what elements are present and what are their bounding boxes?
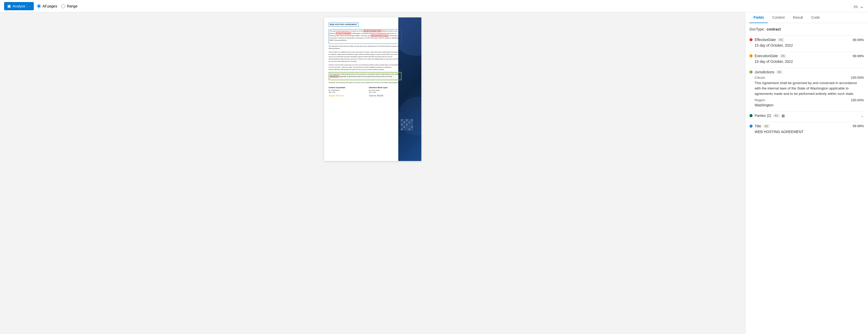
effective-date-name: EffectiveDate (754, 38, 776, 42)
execution-date-dot (749, 54, 752, 57)
sig-adventure-cursive: Aaron Smith (369, 93, 402, 98)
doc-jurisdiction-block: This Agreement shall be governed by and … (329, 72, 402, 80)
parties-chevron-icon[interactable]: ⌄ (861, 114, 864, 118)
jurisdictions-header: Jurisdictions #1 (749, 70, 864, 74)
parties-header: Parties (2) #1 ▦ ⌄ (749, 114, 864, 118)
analyze-label: Analyze (12, 4, 25, 8)
field-effective-date: EffectiveDate #1 99.99% 15 day of Octobe… (749, 38, 864, 48)
squares-pattern (401, 119, 413, 130)
doc-intro-text: This web Hosting Agreement is entered as… (330, 30, 401, 41)
doc-closing: All parties have read and fully agree to… (329, 82, 402, 84)
all-pages-input[interactable] (37, 4, 41, 8)
fields-content: DocType: contract EffectiveDate #1 99.99… (745, 23, 868, 142)
toolbar-divider (27, 4, 27, 9)
doctype-row: DocType: contract (749, 27, 864, 31)
title-badge: #1 (763, 124, 770, 128)
toolbar: ▣ Analyze ⌄ All pages Range ⚎ ⌄ (0, 0, 868, 12)
field-title: Title #1 99.98% WEB HOSTING AGREEMENT (749, 124, 864, 134)
execution-date-badge: #1 (780, 54, 786, 58)
clause-label: Clause (754, 76, 765, 80)
doc-title: WEB HOSTING AGREEMENT (329, 23, 359, 27)
document-viewer[interactable]: WEB HOSTING AGREEMENT This web Hosting A… (0, 12, 745, 334)
doc-signatures: Contoso Corporation By: Angel Brown Titl… (329, 86, 402, 98)
doctype-value: contract (767, 27, 781, 31)
document-content: WEB HOSTING AGREEMENT This web Hosting A… (329, 23, 402, 98)
main-area: WEB HOSTING AGREEMENT This web Hosting A… (0, 12, 868, 334)
execution-date-value: 15 day of October, 2022 (749, 59, 864, 63)
tab-content[interactable]: Content (768, 12, 789, 23)
sig-contoso-by: By: Angel Brown (329, 89, 362, 91)
title-value: WEB HOSTING AGREEMENT (749, 130, 864, 134)
execution-date-name: ExecutionDate (754, 54, 778, 58)
divider-1 (749, 35, 864, 36)
tab-fields[interactable]: Fields (749, 12, 768, 23)
parties-table-icon[interactable]: ▦ (781, 114, 785, 118)
title-confidence: 99.98% (852, 124, 864, 128)
doc-adventureworks-highlight: AdventureWorks Cycles (371, 35, 388, 37)
region-confidence: 100.00% (851, 98, 864, 103)
doc-decorative-panel (398, 18, 421, 161)
doctype-label: DocType: (749, 27, 765, 31)
sig-contoso-title: Title: CTO (329, 91, 362, 93)
divider-5 (749, 122, 864, 122)
sig-adventure-by: By: Aaron Smith (369, 89, 402, 91)
jurisdictions-badge: #1 (776, 70, 782, 74)
parties-dot (749, 114, 752, 117)
sig-adventure-title: Title: CEO (369, 91, 402, 93)
layers-icon[interactable]: ⚎ ⌄ (854, 3, 864, 9)
range-radio[interactable]: Range (61, 4, 77, 8)
effective-date-confidence: 99.99% (852, 38, 864, 42)
sig-contoso-cursive: Angel Brown (329, 93, 362, 98)
tab-code[interactable]: Code (807, 12, 824, 23)
analyze-button[interactable]: ▣ Analyze ⌄ (4, 2, 34, 10)
sig-contoso-company: Contoso Corporation (329, 86, 362, 89)
doc-washington-highlight: Washington (330, 75, 339, 77)
field-jurisdictions: Jurisdictions #1 Clause 100.00% This Agr… (749, 70, 864, 107)
toolbar-right: ⚎ ⌄ (854, 3, 864, 9)
toolbar-left: ▣ Analyze ⌄ All pages Range (4, 2, 849, 10)
range-label: Range (67, 4, 77, 8)
tab-result[interactable]: Result (789, 12, 807, 23)
jurisdictions-dot (749, 71, 752, 74)
divider-4 (749, 111, 864, 112)
sig-adventure: Adventure Works Cycle By: Aaron Smith Ti… (369, 86, 402, 98)
region-label: Region (754, 98, 765, 102)
range-input[interactable] (61, 4, 65, 8)
tabs: Fields Content Result Code (745, 12, 868, 23)
all-pages-label: All pages (42, 4, 57, 8)
region-value: Washington (749, 103, 864, 107)
doc-jurisdiction-text: This Agreement shall be governed by and … (330, 73, 400, 78)
doc-intro-block: This web Hosting Agreement is entered as… (329, 29, 402, 44)
sig-adventure-company: Adventure Works Cycle (369, 86, 402, 89)
title-dot (749, 124, 752, 128)
effective-date-badge: #1 (778, 38, 784, 41)
page-range-group: All pages Range (37, 4, 78, 8)
execution-date-header: ExecutionDate #1 99.99% (749, 54, 864, 58)
effective-date-value: 15 day of October, 2022 (749, 43, 864, 48)
title-header: Title #1 99.98% (749, 124, 864, 128)
doc-para3: Contoso must provide a person(s) to corr… (329, 64, 402, 71)
doc-para1: This agreement shall void and nullify an… (329, 45, 402, 50)
title-name: Title (754, 124, 761, 128)
field-execution-date: ExecutionDate #1 99.99% 15 day of Octobe… (749, 54, 864, 63)
jurisdictions-name: Jurisdictions (754, 70, 774, 74)
clause-value: This Agreement shall be governed by and … (749, 81, 864, 96)
doc-contoso-highlight: Contoso Corporation (336, 32, 351, 34)
doc-para2: There shall be no additional fees of any… (329, 51, 402, 62)
clause-confidence: 100.00% (851, 76, 864, 80)
parties-name: Parties (2) (754, 114, 771, 118)
analyze-dropdown-icon[interactable]: ⌄ (29, 5, 31, 7)
right-panel: Fields Content Result Code DocType: cont… (745, 12, 868, 334)
execution-date-confidence: 99.99% (852, 54, 864, 58)
sig-contoso: Contoso Corporation By: Angel Brown Titl… (329, 86, 362, 98)
parties-badge: #1 (773, 114, 779, 117)
analyze-icon: ▣ (7, 4, 11, 8)
doc-date-highlight: 3rd day of October, 2022 (364, 30, 381, 32)
effective-date-header: EffectiveDate #1 99.99% (749, 38, 864, 42)
effective-date-dot (749, 38, 752, 41)
all-pages-radio[interactable]: All pages (37, 4, 57, 8)
document-page: WEB HOSTING AGREEMENT This web Hosting A… (324, 18, 421, 161)
field-parties: Parties (2) #1 ▦ ⌄ (749, 114, 864, 118)
